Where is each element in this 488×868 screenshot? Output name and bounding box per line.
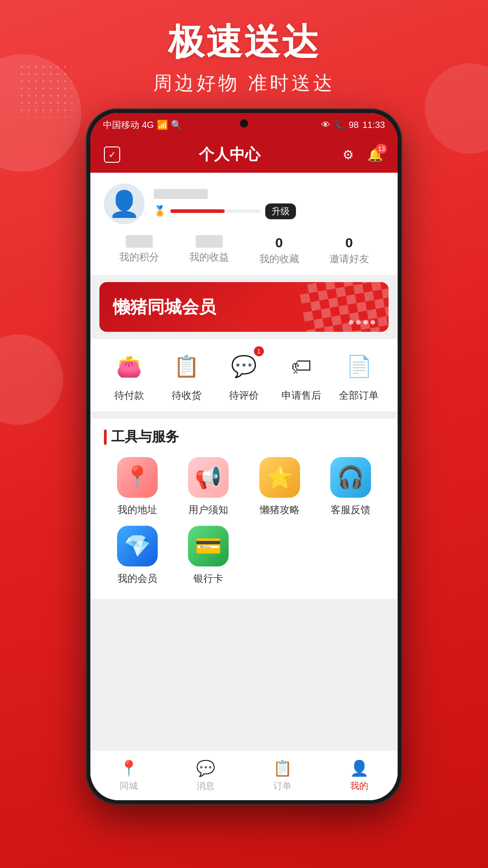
order-all[interactable]: 📄 全部订单 [333,348,384,402]
camera-notch [240,119,248,127]
tools-grid: 📍 我的地址 📢 用户须知 ⭐ 懒猪攻略 [104,457,384,585]
pending-review-label: 待评价 [229,389,259,402]
stat-points[interactable]: 我的积分 [104,235,174,266]
tools-section: 工具与服务 📍 我的地址 📢 用户须知 [90,419,398,599]
pending-review-icon-wrap: 💬 1 [226,348,262,384]
stat-value-favorites: 0 [244,235,314,250]
member-text: 懒猪同城会员 [113,296,216,319]
all-orders-label: 全部订单 [339,389,379,402]
spacer [90,599,398,689]
tool-bank-card[interactable]: 💳 银行卡 [175,526,242,585]
order-after-sale[interactable]: 🏷 申请售后 [276,348,327,402]
bottom-nav: 📍 同城 💬 消息 📋 订单 👤 我的 [90,750,398,800]
avatar[interactable]: 👤 [104,184,145,224]
notification-button[interactable]: 🔔 13 [366,146,384,164]
local-icon: 📍 [119,759,138,777]
order-icons-row: 👛 待付款 📋 待收货 💬 1 [104,348,384,402]
settings-button[interactable]: ⚙ [339,146,357,164]
stat-label-points: 我的积分 [104,250,174,264]
guide-label: 懒猪攻略 [260,503,300,517]
section-title-row: 工具与服务 [104,428,384,446]
profile-info: 🏅 升级 [154,189,384,219]
message-icon: 💬 [196,759,215,777]
stat-earnings[interactable]: 我的收益 [174,235,244,266]
header-icons: ⚙ 🔔 13 [339,146,384,164]
review-badge: 1 [254,346,264,356]
profile-name-row [154,189,384,199]
user-notice-icon: 📢 [188,457,229,498]
tool-my-address[interactable]: 📍 我的地址 [104,457,171,517]
nav-orders[interactable]: 📋 订单 [244,759,321,792]
profile-name-blurred [154,189,208,199]
bank-card-icon: 💳 [188,526,229,566]
notification-badge: 13 [376,144,387,154]
profile-top: 👤 🏅 升级 [104,184,384,224]
customer-service-icon: 🎧 [330,457,371,498]
level-bar [170,209,261,213]
stat-value-blur-points [126,235,153,248]
my-address-icon: 📍 [117,457,158,498]
pending-payment-label: 待付款 [114,389,144,402]
header-title: 个人中心 [199,144,260,165]
phone-frame: 中国移动 4G 📶 🔍 👁 📞 98 11:33 ✓ 个人中心 ⚙ [86,108,402,805]
customer-service-label: 客服反馈 [331,503,371,517]
stat-value-blur-earnings [196,235,223,248]
pending-delivery-icon-wrap: 📋 [169,348,205,384]
profile-level-row: 🏅 升级 [154,203,384,219]
tool-guide[interactable]: ⭐ 懒猪攻略 [246,457,313,517]
status-right: 👁 📞 98 11:33 [321,119,385,130]
level-bar-fill [170,209,225,213]
nav-local[interactable]: 📍 同城 [90,759,167,792]
pending-delivery-label: 待收货 [172,389,202,402]
tool-my-member[interactable]: 💎 我的会员 [104,526,171,585]
checkerboard [298,282,389,332]
hero-subtitle: 周边好物 准时送达 [0,71,488,96]
screen-content[interactable]: 👤 🏅 升级 [90,173,398,800]
bg-decoration-bl [0,335,63,425]
mine-icon: 👤 [350,759,369,777]
order-pending-payment[interactable]: 👛 待付款 [104,348,155,402]
level-icon: 🏅 [154,205,166,217]
order-pending-review[interactable]: 💬 1 待评价 [219,348,269,402]
member-banner[interactable]: 懒猪同城会员 [99,282,389,332]
status-carrier: 中国移动 4G 📶 🔍 [103,119,182,131]
status-bar: 中国移动 4G 📶 🔍 👁 📞 98 11:33 [90,113,398,137]
avatar-icon: 👤 [108,189,140,219]
tool-user-notice[interactable]: 📢 用户须知 [175,457,242,517]
pending-payment-icon-wrap: 👛 [111,348,147,384]
guide-icon: ⭐ [259,457,300,498]
tool-customer-service[interactable]: 🎧 客服反馈 [318,457,385,517]
stat-favorites[interactable]: 0 我的收藏 [244,235,314,266]
stats-row: 我的积分 我的收益 0 我的收藏 0 邀请好友 [104,235,384,266]
message-label: 消息 [197,780,215,792]
tools-section-title: 工具与服务 [111,428,179,446]
user-notice-label: 用户须知 [188,503,228,517]
my-address-label: 我的地址 [117,503,157,517]
stat-label-earnings: 我的收益 [174,250,244,264]
all-orders-icon-wrap: 📄 [341,348,377,384]
order-pending-delivery[interactable]: 📋 待收货 [161,348,212,402]
nav-mine[interactable]: 👤 我的 [321,759,398,792]
stat-invite[interactable]: 0 邀请好友 [314,235,384,266]
checkbox-icon[interactable]: ✓ [104,146,120,163]
orders-nav-icon: 📋 [273,759,292,777]
stat-label-invite: 邀请好友 [314,252,384,266]
mine-label: 我的 [350,780,368,792]
stat-value-invite: 0 [314,235,384,250]
hero-title: 极速送达 [0,18,488,67]
upgrade-button[interactable]: 升级 [265,203,296,219]
my-member-label: 我的会员 [117,572,157,585]
stat-label-favorites: 我的收藏 [244,252,314,266]
orders-nav-label: 订单 [273,780,291,792]
profile-card: 👤 🏅 升级 [90,173,398,275]
section-title-bar [104,429,107,445]
after-sale-label: 申请售后 [282,389,321,402]
nav-message[interactable]: 💬 消息 [167,759,244,792]
app-header: ✓ 个人中心 ⚙ 🔔 13 [90,137,398,173]
dots-decoration [349,320,375,325]
order-section: 👛 待付款 📋 待收货 💬 1 [90,339,398,411]
local-label: 同城 [120,780,138,792]
hero-section: 极速送达 周边好物 准时送达 [0,18,488,96]
phone-screen: 中国移动 4G 📶 🔍 👁 📞 98 11:33 ✓ 个人中心 ⚙ [90,113,398,800]
after-sale-icon-wrap: 🏷 [283,348,319,384]
